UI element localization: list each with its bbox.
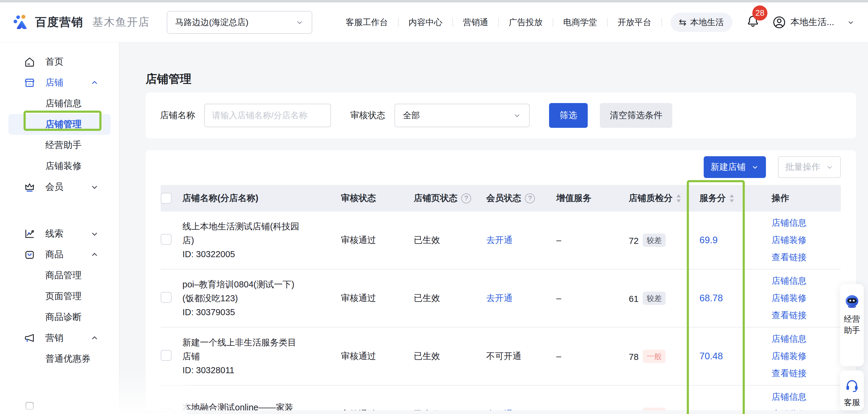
sidebar-item-shop-info[interactable]: 店铺信息 [0, 93, 119, 114]
sidebar-item-label: 经营助手 [45, 139, 82, 151]
sidebar-item-member[interactable]: 会员 [0, 176, 119, 197]
member-status-link[interactable]: 去开通 [486, 234, 556, 246]
sidebar-item-goods-manage[interactable]: 商品管理 [0, 265, 119, 286]
col-actions: 操作 [772, 192, 841, 204]
create-shop-button[interactable]: 新建店铺 [704, 156, 766, 178]
sidebar-item-label: 普通优惠券 [45, 353, 91, 365]
chevron-up-icon [90, 334, 99, 343]
storefront-icon [24, 77, 36, 89]
notification-count-badge: 28 [752, 5, 768, 21]
sort-icon[interactable] [730, 194, 734, 203]
shop-id: ID: 30328011 [182, 363, 341, 377]
select-all-checkbox[interactable] [161, 193, 172, 204]
shop-name: poi–教育培训0804(测试一下) (饭都没吃123) [182, 277, 341, 305]
sidebar-item-goods[interactable]: 商品 [0, 244, 119, 265]
shop-info-link[interactable]: 店铺信息 [772, 391, 841, 403]
audit-status-select[interactable]: 全部 [395, 104, 530, 127]
local-life-label: 本地生活 [690, 17, 724, 28]
view-link[interactable]: 查看链接 [772, 252, 841, 264]
brand-name: 百度营销 [35, 14, 83, 30]
store-selector-value: 马路边边(海淀总店) [175, 17, 249, 28]
sidebar-item-business-assistant[interactable]: 经营助手 [0, 135, 119, 156]
app-header: 百度营销 基木鱼开店 马路边边(海淀总店) 客服工作台 内容中心 营销通 广告投… [0, 2, 868, 42]
window-top-strip [0, 0, 868, 2]
sidebar-item-label: 会员 [45, 181, 63, 193]
shop-info-link[interactable]: 店铺信息 [772, 333, 841, 345]
sidebar-item-label: 商品管理 [45, 269, 82, 282]
member-status-link[interactable]: 去开通 [486, 292, 556, 304]
shop-decorate-link[interactable]: 店铺装修 [772, 292, 841, 304]
sidebar-item-shop-decorate[interactable]: 店铺装修 [0, 156, 119, 176]
shop-name: 本地融合测试online——家装 [182, 401, 341, 410]
sort-icon[interactable] [676, 194, 681, 203]
shop-id: ID: 30322005 [182, 247, 341, 261]
nav-item-service-workbench[interactable]: 客服工作台 [336, 17, 398, 28]
service-score: 69.9 [700, 235, 772, 246]
swap-arrows-icon: ⇆ [679, 18, 686, 27]
home-icon [24, 56, 36, 68]
shop-name-label: 店铺名称 [160, 109, 195, 121]
value-added-service: – [556, 293, 629, 303]
shop-decorate-link[interactable]: 店铺装修 [772, 234, 841, 246]
business-assistant-widget[interactable]: 经营助手 [840, 284, 864, 366]
nav-item-marketing-tong[interactable]: 营销通 [453, 17, 498, 28]
row-checkbox[interactable] [161, 408, 172, 411]
local-life-switch-pill[interactable]: ⇆ 本地生活 [671, 13, 733, 32]
customer-service-widget[interactable]: 客服 [840, 371, 864, 410]
chevron-down-icon [296, 18, 304, 27]
col-value-added: 增值服务 [556, 192, 629, 204]
sidebar-item-home[interactable]: 首页 [0, 51, 119, 72]
help-icon[interactable]: ? [461, 194, 471, 203]
chevron-down-icon [90, 229, 99, 238]
sidebar-item-label: 商品 [45, 248, 63, 261]
view-link[interactable]: 查看链接 [772, 309, 841, 322]
row-checkbox[interactable] [161, 234, 172, 245]
row-checkbox[interactable] [161, 292, 172, 303]
sidebar-item-goods-diagnose[interactable]: 商品诊断 [0, 307, 119, 328]
sidebar-item-partial[interactable] [0, 395, 119, 414]
col-audit-status: 审核状态 [341, 192, 414, 204]
shop-decorate-link[interactable]: 店铺装修 [772, 408, 841, 410]
filter-panel: 店铺名称 审核状态 全部 筛选 清空筛选条件 [146, 92, 856, 139]
nav-item-open-platform[interactable]: 开放平台 [608, 17, 661, 28]
member-status-link[interactable]: 去开通 [486, 408, 556, 410]
service-score: 70.48 [700, 351, 772, 362]
sidebar-item-marketing[interactable]: 营销 [0, 328, 119, 348]
row-checkbox[interactable] [161, 350, 172, 361]
nav-item-content-center[interactable]: 内容中心 [399, 17, 453, 28]
quality-score: 78 [629, 352, 639, 362]
sidebar-item-page-manage[interactable]: 页面管理 [0, 286, 119, 307]
quality-tag: 较差 [643, 234, 665, 247]
shop-info-link[interactable]: 店铺信息 [772, 217, 841, 229]
account-menu[interactable]: 本地生活... [772, 16, 855, 29]
sidebar-item-label: 营销 [45, 332, 63, 344]
sidebar-item-leads[interactable]: 线索 [0, 223, 119, 244]
store-selector-dropdown[interactable]: 马路边边(海淀总店) [167, 11, 312, 34]
sidebar-spacer [0, 369, 119, 395]
sidebar-item-label: 店铺装修 [45, 160, 82, 172]
shop-name-input[interactable] [204, 104, 331, 127]
notifications-bell[interactable]: 28 [746, 14, 760, 30]
brand-suffix: 基木鱼开店 [92, 15, 150, 30]
sidebar-item-shop[interactable]: 店铺 [0, 72, 119, 93]
page-status: 已生效 [414, 408, 486, 410]
sidebar-item-shop-manage[interactable]: 店铺管理 [8, 114, 111, 135]
table-header-row: 店铺名称(分店名称) 审核状态 店铺页状态? 会员状态? 增值服务 店铺质检分 … [161, 185, 841, 211]
line-chart-icon [24, 228, 36, 240]
filter-clear-button[interactable]: 清空筛选条件 [600, 103, 672, 128]
view-link[interactable]: 查看链接 [772, 367, 841, 380]
brand-logo: 百度营销 基木鱼开店 [13, 14, 150, 31]
batch-actions-button[interactable]: 批量操作 [778, 156, 841, 178]
shop-decorate-link[interactable]: 店铺装修 [772, 350, 841, 362]
shop-info-link[interactable]: 店铺信息 [772, 275, 841, 287]
service-label: 客服 [843, 397, 861, 408]
audit-status: 审核通过 [341, 292, 414, 304]
help-icon[interactable]: ? [525, 194, 535, 203]
nav-item-ecommerce-school[interactable]: 电商学堂 [553, 17, 607, 28]
page-status: 已生效 [414, 234, 486, 246]
filter-submit-button[interactable]: 筛选 [549, 103, 588, 128]
headset-icon [844, 377, 860, 393]
sidebar-item-coupon[interactable]: 普通优惠券 [0, 348, 119, 369]
shop-name: 新建一个线上非生活服务类目 店铺 [182, 335, 341, 363]
nav-item-ad-delivery[interactable]: 广告投放 [499, 17, 553, 28]
